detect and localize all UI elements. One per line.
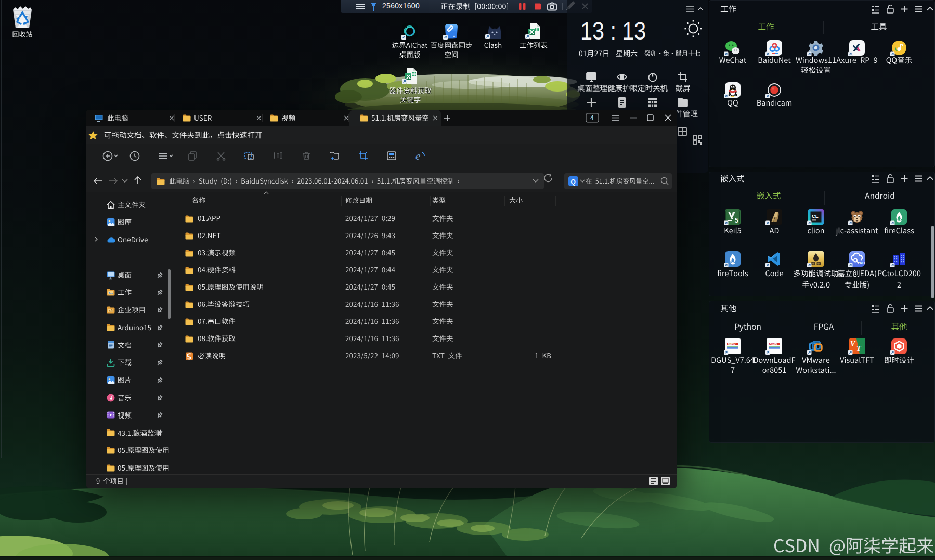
svg-text:CL: CL: [812, 213, 819, 219]
svg-text:PRO: PRO: [858, 261, 865, 265]
svg-text:T: T: [856, 345, 862, 353]
svg-text:DWIN: DWIN: [728, 343, 736, 346]
svg-text:DWIN: DWIN: [770, 343, 778, 346]
svg-text:5: 5: [735, 217, 738, 224]
svg-text:e: e: [415, 150, 420, 162]
